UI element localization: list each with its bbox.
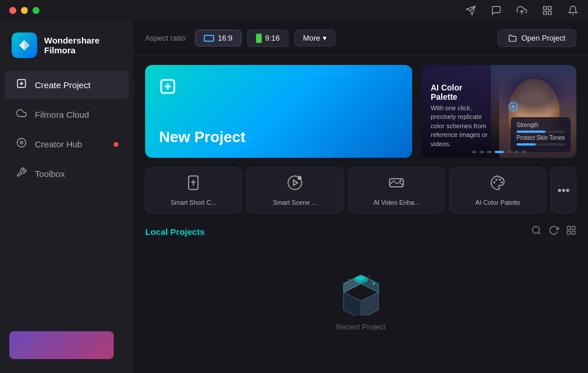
create-project-label: Create Project: [35, 80, 91, 90]
more-button[interactable]: More ▾: [294, 30, 336, 46]
svg-marker-19: [294, 180, 298, 185]
ai-video-enhance-icon: [388, 175, 405, 194]
bell-icon[interactable]: [567, 5, 579, 16]
aspect-16-9-button[interactable]: 16:9: [195, 30, 241, 46]
quick-action-ai-video-enhance[interactable]: AI Video Enha...: [348, 167, 445, 213]
send-icon[interactable]: [465, 5, 477, 16]
sidebar-footer: [0, 324, 134, 366]
svg-point-37: [369, 276, 370, 277]
wide-icon: [204, 35, 214, 42]
content-area: New Project: [134, 56, 588, 352]
svg-rect-31: [572, 231, 575, 234]
new-project-label: New Project: [159, 128, 398, 146]
svg-point-20: [298, 176, 302, 180]
local-projects-title: Local Projects: [145, 227, 205, 237]
dot-4[interactable]: [495, 151, 504, 153]
dot-2[interactable]: [479, 151, 484, 153]
svg-rect-5: [549, 12, 551, 15]
quick-action-smart-scene[interactable]: Smart Scene ...: [247, 167, 344, 213]
titlebar: [0, 0, 588, 21]
svg-point-24: [495, 179, 497, 181]
new-project-plus-icon: [159, 78, 176, 99]
quick-actions-row: Smart Short C... Smart Scene ... AI Vide…: [145, 167, 576, 213]
creator-hub-label: Creator Hub: [35, 139, 82, 149]
tall-icon: [256, 34, 262, 43]
chat-icon[interactable]: [490, 5, 502, 16]
traffic-lights: [9, 7, 39, 14]
refresh-icon[interactable]: [549, 225, 559, 238]
open-project-label: Open Project: [521, 34, 565, 42]
aspect-9-16-button[interactable]: 9:16: [247, 30, 288, 47]
target-marker: [508, 102, 518, 111]
banner-description: With one click, precisely replicate colo…: [431, 104, 490, 149]
svg-point-22: [399, 180, 402, 182]
brand-name: Wondershare: [44, 35, 100, 45]
aspect-9-16-label: 9:16: [265, 34, 280, 42]
top-section: New Project: [145, 65, 576, 158]
banner-text-area: AI Color Palette With one click, precise…: [421, 74, 499, 158]
maximize-button[interactable]: [33, 7, 39, 14]
dot-1[interactable]: [472, 151, 477, 153]
empty-state: Recent Project: [145, 246, 576, 343]
close-button[interactable]: [9, 7, 16, 14]
smart-scene-icon: [287, 175, 303, 194]
smart-scene-label: Smart Scene ...: [273, 199, 317, 206]
toolbox-icon: [16, 167, 27, 180]
overlay-bar-1: [517, 131, 565, 133]
app-body: Wondershare Filmora Create Project Filmo…: [0, 21, 588, 373]
search-icon[interactable]: [531, 225, 542, 238]
quick-action-ai-color-palette[interactable]: AI Color Palette: [449, 167, 546, 213]
overlay-title: Strength: [517, 122, 565, 128]
dot-7[interactable]: [522, 151, 526, 153]
empty-box-icon: [332, 269, 390, 316]
upload-icon[interactable]: [516, 5, 528, 16]
overlay-card: Strength Protect Skin Tones: [511, 117, 571, 152]
more-label: More: [303, 34, 320, 42]
more-dots-icon: •••: [557, 184, 569, 197]
svg-point-34: [356, 276, 366, 280]
grid-view-icon[interactable]: [566, 225, 576, 238]
smart-short-icon: [185, 175, 201, 194]
logo: Wondershare Filmora: [0, 28, 134, 70]
svg-point-36: [348, 279, 350, 281]
sidebar-item-filmora-cloud[interactable]: Filmora Cloud: [5, 100, 129, 129]
dot-6[interactable]: [514, 151, 519, 153]
user-avatar[interactable]: [9, 331, 114, 359]
dot-5[interactable]: [507, 151, 511, 153]
chevron-down-icon: ▾: [323, 34, 327, 42]
sidebar: Wondershare Filmora Create Project Filmo…: [0, 21, 134, 373]
minimize-button[interactable]: [21, 7, 28, 14]
sidebar-nav: Create Project Filmora Cloud Creator Hub: [0, 70, 134, 324]
toolbox-label: Toolbox: [35, 169, 65, 179]
svg-point-11: [20, 142, 23, 144]
product-name: Filmora: [44, 45, 100, 55]
section-actions: [531, 225, 576, 238]
svg-point-10: [17, 139, 26, 147]
sidebar-item-create-project[interactable]: Create Project: [5, 71, 129, 99]
overlay-bar-2: [517, 143, 565, 146]
grid-icon[interactable]: [542, 5, 553, 16]
aspect-ratio-label: Aspect ratio:: [145, 34, 187, 42]
dot-3[interactable]: [487, 151, 492, 153]
svg-rect-3: [543, 6, 546, 9]
main-content: Aspect ratio: 16:9 9:16 More ▾ Open Proj…: [134, 21, 588, 373]
sidebar-item-toolbox[interactable]: Toolbox: [5, 160, 129, 188]
svg-point-26: [500, 182, 503, 184]
target-inner: [511, 105, 515, 108]
svg-point-35: [373, 283, 375, 285]
ai-banner: Strength Protect Skin Tones AI Color Pa: [421, 65, 576, 158]
smart-short-label: Smart Short C...: [171, 199, 217, 206]
svg-rect-29: [567, 226, 570, 229]
quick-action-more[interactable]: •••: [551, 167, 576, 213]
creator-hub-icon: [16, 137, 27, 151]
svg-point-25: [499, 179, 501, 181]
recent-project-label: Recent Project: [336, 323, 385, 331]
new-project-card[interactable]: New Project: [145, 65, 412, 158]
toolbar: Aspect ratio: 16:9 9:16 More ▾ Open Proj…: [134, 21, 588, 56]
folder-icon: [508, 34, 517, 42]
banner-title: AI Color Palette: [431, 83, 490, 102]
ai-video-enhance-label: AI Video Enha...: [373, 199, 419, 206]
quick-action-smart-short[interactable]: Smart Short C...: [145, 167, 242, 213]
open-project-button[interactable]: Open Project: [497, 29, 576, 47]
sidebar-item-creator-hub[interactable]: Creator Hub: [5, 130, 129, 158]
